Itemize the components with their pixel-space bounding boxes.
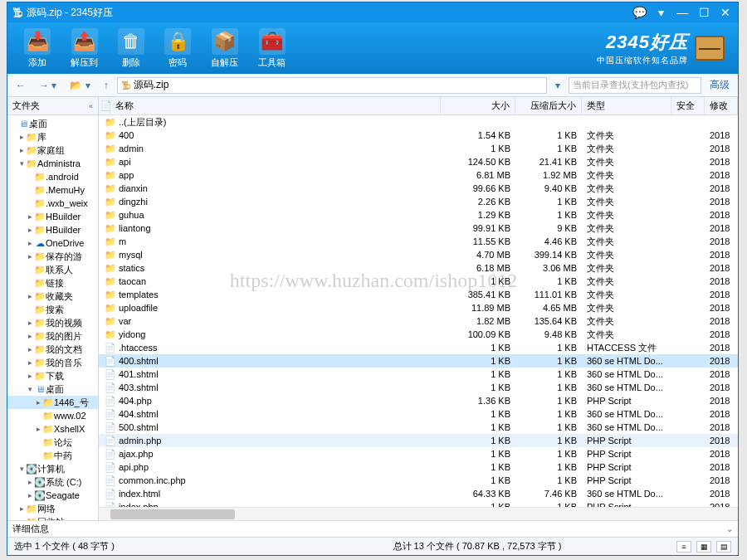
delete-button[interactable]: 🗑删除 [108, 28, 154, 69]
tree-item[interactable]: ▸📁1446_号 [7, 396, 98, 409]
col-modified[interactable]: 修改 [705, 97, 738, 114]
view-list-button[interactable]: ≡ [676, 541, 691, 553]
tree-item[interactable]: ▸📁我的音乐 [7, 356, 98, 369]
dropdown-icon[interactable]: ▾ [653, 6, 668, 19]
tree-item[interactable]: ▸💽系统 (C:) [7, 475, 98, 489]
back-button[interactable]: ← [11, 78, 31, 93]
col-compressed-size[interactable]: 压缩后大小 [515, 97, 582, 114]
tree-item[interactable]: 📁联系人 [7, 263, 98, 276]
tree-item[interactable]: 📁搜索 [7, 303, 98, 316]
add-button[interactable]: 📥添加 [14, 28, 61, 69]
file-row[interactable]: 📁m11.55 KB4.46 KB文件夹2018 [99, 235, 738, 248]
tree-item[interactable]: ▸📁下载 [7, 369, 98, 382]
tree-item[interactable]: 📁论坛 [7, 436, 98, 449]
file-row[interactable]: 📄400.shtml1 KB1 KB360 se HTML Do...2018 [99, 354, 738, 368]
file-row[interactable]: 📄403.shtml1 KB1 KB360 se HTML Do...2018 [99, 381, 738, 394]
up-button[interactable]: ↑ [99, 78, 114, 93]
file-row[interactable]: 📁taocan1 KB1 KB文件夹2018 [99, 275, 738, 288]
col-safety[interactable]: 安全 [671, 97, 705, 114]
sfx-button[interactable]: 📦自解压 [201, 28, 248, 69]
maximize-button[interactable]: ☐ [696, 6, 711, 19]
view-grid-button[interactable]: ▦ [696, 541, 711, 553]
tools-button[interactable]: 🧰工具箱 [248, 28, 295, 69]
tree-item[interactable]: 📁中药 [7, 449, 98, 462]
file-row[interactable]: 📁uploadfile11.89 MB4.65 MB文件夹2018 [99, 301, 738, 314]
sfx-icon: 📦 [212, 28, 238, 55]
col-icon[interactable]: 📄 [99, 97, 110, 114]
tree-item[interactable]: 📁www.02 [7, 409, 98, 422]
tree-item[interactable]: ▸📁HBuilder [7, 210, 98, 223]
tree-item[interactable]: ▸📁收藏夹 [7, 290, 98, 303]
tree-item[interactable]: 🖥桌面 [7, 117, 98, 130]
file-row[interactable]: 📁dingzhi2.26 KB1 KB文件夹2018 [99, 195, 738, 208]
open-button[interactable]: 📂 ▾ [65, 78, 95, 93]
col-size[interactable]: 大小 [441, 97, 515, 114]
file-row[interactable]: 📁mysql4.70 MB399.14 KB文件夹2018 [99, 248, 738, 261]
file-row[interactable]: 📁app6.81 MB1.92 MB文件夹2018 [99, 168, 738, 182]
file-row[interactable]: 📁api124.50 KB21.41 KB文件夹2018 [99, 155, 738, 168]
chevron-down-icon: ⌄ [726, 524, 733, 533]
chat-icon[interactable]: 💬 [632, 6, 647, 19]
path-input[interactable]: 🗜 源码.zip [117, 77, 547, 94]
password-button[interactable]: 🔒密码 [154, 28, 201, 69]
file-row[interactable]: 📁yidong100.09 KB9.48 KB文件夹2018 [99, 328, 738, 341]
tree-item[interactable]: ▸📁我的图片 [7, 329, 98, 343]
tree-item[interactable]: ▸📁HBuilder [7, 223, 98, 236]
tree-item[interactable]: ▸📁网络 [7, 502, 98, 515]
extract-button[interactable]: 📤解压到 [61, 28, 108, 69]
tree-item[interactable]: ▸📁XshellX [7, 422, 98, 436]
file-row[interactable]: 📄401.shtml1 KB1 KB360 se HTML Do...2018 [99, 368, 738, 381]
file-row[interactable]: 📁statics6.18 MB3.06 MB文件夹2018 [99, 261, 738, 275]
file-row[interactable]: 📁admin1 KB1 KB文件夹2018 [99, 142, 738, 155]
file-row[interactable]: 📁liantong99.91 KB9 KB文件夹2018 [99, 222, 738, 235]
tree-item[interactable]: ▾💽计算机 [7, 462, 98, 475]
close-button[interactable]: ✕ [718, 6, 733, 19]
advanced-link[interactable]: 高级 [705, 76, 735, 94]
tree-item[interactable]: ▸📁我的文档 [7, 343, 98, 356]
titlebar[interactable]: 🗜 源码.zip - 2345好压 💬 ▾ — ☐ ✕ [7, 2, 738, 22]
file-row[interactable]: 📄.htaccess1 KB1 KBHTACCESS 文件2018 [99, 341, 738, 354]
file-row[interactable]: 📁4001.54 KB1 KB文件夹2018 [99, 129, 738, 142]
search-input[interactable]: 当前目录查找(支持包内查找) [569, 77, 701, 94]
sidebar-collapse[interactable]: « [89, 102, 93, 110]
file-row[interactable]: 📄404.php1.36 KB1 KBPHP Script2018 [99, 394, 738, 407]
archive-icon: 🗜 [121, 80, 130, 90]
col-type[interactable]: 类型 [582, 97, 671, 114]
tree-item[interactable]: ▾📁Administra [7, 157, 98, 170]
file-row[interactable]: 📄ajax.php1 KB1 KBPHP Script2018 [99, 447, 738, 460]
tree-item[interactable]: ▸📁库 [7, 130, 98, 144]
minimize-button[interactable]: — [675, 6, 690, 19]
details-bar[interactable]: 详细信息 ⌄ [7, 520, 738, 537]
sidebar-header: 文件夹 « [7, 97, 98, 115]
window-title: 源码.zip - 2345好压 [27, 6, 632, 20]
tree-item[interactable]: 📁.wxb_weix [7, 197, 98, 210]
file-row[interactable]: 📄500.shtml1 KB1 KB360 se HTML Do...2018 [99, 421, 738, 434]
tree-item[interactable]: ▾🖥桌面 [7, 382, 98, 396]
file-row[interactable]: 📁templates385.41 KB111.01 KB文件夹2018 [99, 288, 738, 301]
file-row[interactable]: 📄index.php1 KB1 KBPHP Script2018 [99, 500, 738, 507]
file-row[interactable]: 📄api.php1 KB1 KBPHP Script2018 [99, 460, 738, 474]
file-row[interactable]: 📁guhua1.29 KB1 KB文件夹2018 [99, 208, 738, 222]
path-dropdown[interactable]: ▾ [550, 78, 565, 93]
tree-item[interactable]: ▸📁我的视频 [7, 316, 98, 329]
tree-item[interactable]: ▸☁OneDrive [7, 236, 98, 250]
horizontal-scrollbar[interactable] [99, 507, 738, 520]
file-row[interactable]: 📄admin.php1 KB1 KBPHP Script2018 [99, 434, 738, 447]
forward-button[interactable]: → ▾ [34, 78, 61, 93]
scrollbar-thumb[interactable] [110, 509, 235, 519]
file-row[interactable]: 📄404.shtml1 KB1 KB360 se HTML Do...2018 [99, 407, 738, 421]
view-detail-button[interactable]: ▤ [716, 541, 731, 553]
status-selection: 选中 1 个文件 ( 48 字节 ) [14, 540, 323, 553]
file-row[interactable]: 📄common.inc.php1 KB1 KBPHP Script2018 [99, 474, 738, 487]
file-row[interactable]: 📁dianxin99.66 KB9.40 KB文件夹2018 [99, 182, 738, 195]
tree-item[interactable]: 📁.android [7, 170, 98, 183]
file-row[interactable]: 📁var1.82 MB135.64 KB文件夹2018 [99, 314, 738, 328]
tree-item[interactable]: ▸💽Seagate [7, 489, 98, 502]
tree-item[interactable]: 📁链接 [7, 276, 98, 290]
file-row[interactable]: 📄index.html64.33 KB7.46 KB360 se HTML Do… [99, 487, 738, 500]
tree-item[interactable]: 📁.MemuHy [7, 183, 98, 197]
tree-item[interactable]: ▸📁保存的游 [7, 250, 98, 263]
file-row[interactable]: 📁..(上层目录) [99, 115, 738, 129]
col-name[interactable]: 名称 [110, 97, 441, 114]
tree-item[interactable]: ▸📁家庭组 [7, 144, 98, 157]
